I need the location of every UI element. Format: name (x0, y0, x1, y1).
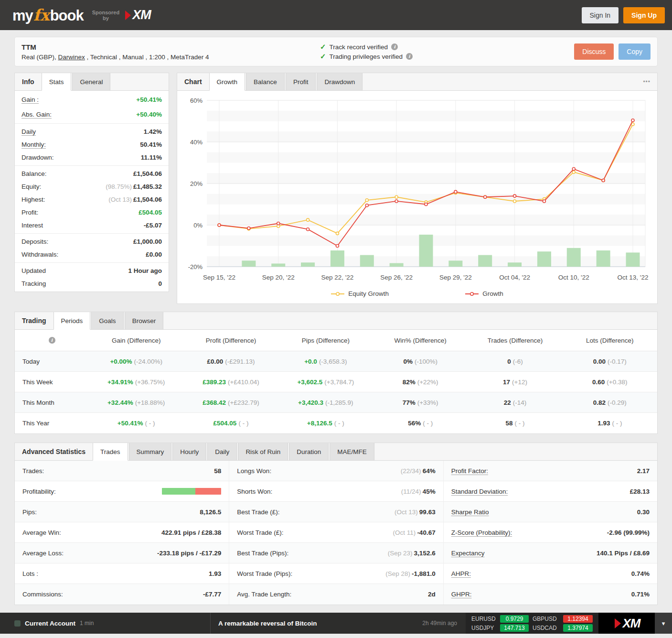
row-pips: Pips: 8,126.5 (15, 502, 229, 522)
logo-book: book (50, 7, 84, 24)
trading-tabbar: Trading Periods Goals Browser (15, 312, 657, 330)
stat-row-daily: Daily 1.42% (15, 125, 169, 138)
xm-logo[interactable]: XM (124, 8, 151, 22)
svg-text:40%: 40% (190, 139, 203, 146)
stat-row-withdrawals: Withdrawals: £0.00 (15, 248, 169, 261)
row-average-loss: Average Loss: -233.18 pips / -£17.29 (15, 543, 229, 563)
tab-stats[interactable]: Stats (42, 73, 72, 91)
tab-chart[interactable]: Chart (177, 73, 209, 90)
tab-info[interactable]: Info (15, 73, 42, 90)
current-account-time: 1 min (80, 620, 94, 627)
sign-up-button[interactable]: Sign Up (623, 7, 665, 23)
advanced-col-2: Longs Won: (22/34)64% Shorts Won: (11/24… (229, 461, 443, 605)
sign-in-button[interactable]: Sign In (582, 7, 619, 23)
info-icon[interactable]: i (391, 43, 398, 50)
row-average-win: Average Win: 422.91 pips / £28.38 (15, 522, 229, 543)
svg-text:0%: 0% (193, 222, 203, 229)
row-profitability: Profitability: (15, 481, 229, 502)
footer-bar: Current Account 1 min A remarkable rever… (0, 613, 672, 634)
row-ahpr: AHPR: 0.74% (444, 563, 657, 584)
legend-growth[interactable]: Growth (465, 290, 503, 297)
account-name: TTM (21, 43, 320, 51)
chart-menu-icon[interactable]: ••• (636, 73, 657, 90)
ticker-symbol: USDJPY (471, 625, 496, 631)
top-bar: myfxbook Sponsored by XM Sign In Sign Up (0, 0, 672, 30)
ticker-price[interactable]: 1.12394 (563, 615, 593, 623)
period-row-today: Today +0.00%(-24.00%) £0.00(-£291.13) +0… (15, 351, 657, 372)
stat-row-monthly: Monthly: 50.41% (15, 138, 169, 151)
svg-text:Oct 04, '22: Oct 04, '22 (499, 274, 530, 281)
row-shorts-won: Shorts Won: (11/24)45% (229, 481, 443, 502)
ticker-price[interactable]: 0.9729 (500, 615, 529, 623)
account-status-icon (14, 620, 21, 627)
info-icon[interactable]: i (49, 337, 55, 344)
xm-arrow-icon (613, 617, 622, 630)
row-worst-trade-pips: Worst Trade (Pips): (Sep 28)-1,881.0 (229, 563, 443, 584)
svg-text:20%: 20% (190, 180, 203, 187)
tab-duration[interactable]: Duration (289, 443, 329, 460)
tab-risk-of-ruin[interactable]: Risk of Ruin (238, 443, 288, 460)
svg-text:Oct 13, '22: Oct 13, '22 (618, 274, 649, 281)
tab-drawdown[interactable]: Drawdown (317, 73, 363, 90)
tab-growth[interactable]: Growth (209, 73, 245, 91)
tab-profit[interactable]: Profit (286, 73, 316, 90)
news-title[interactable]: A remarkable reversal of Bitcoin (218, 620, 317, 627)
tab-general[interactable]: General (72, 73, 110, 90)
broker-link[interactable]: Darwinex (58, 54, 85, 61)
ticker-symbol: GBPUSD (533, 616, 559, 622)
svg-text:-20%: -20% (188, 263, 203, 270)
discuss-button[interactable]: Discuss (574, 43, 614, 60)
chart-panel: Chart Growth Balance Profit Drawdown •••… (177, 73, 658, 304)
tab-mae-mfe[interactable]: MAE/MFE (330, 443, 374, 460)
news-time: 2h 49min ago (422, 620, 457, 627)
current-account-label[interactable]: Current Account (25, 620, 75, 627)
periods-panel: Trading Periods Goals Browser i Gain (Di… (14, 312, 658, 434)
column-header-trades: Trades (Difference) (468, 337, 562, 344)
svg-text:Sep 26, '22: Sep 26, '22 (380, 274, 413, 281)
tab-hourly[interactable]: Hourly (172, 443, 206, 460)
tab-trades[interactable]: Trades (93, 443, 128, 461)
tab-browser[interactable]: Browser (125, 312, 164, 329)
period-row-this-month: This Month +32.44%(+18.88%) £368.42(+£23… (15, 392, 657, 413)
column-header-lots: Lots (Difference) (563, 337, 657, 344)
stat-row-highest: Highest: (Oct 13)£1,504.06 (15, 193, 169, 206)
growth-chart: -20%0%20%40%60%Sep 15, '22Sep 20, '22Sep… (177, 91, 657, 286)
account-header-strip: TTM Real (GBP), Darwinex , Technical , M… (14, 37, 658, 66)
row-profit-factor: Profit Factor: 2.17 (444, 461, 657, 481)
stat-row-equity: Equity: (98.75%)£1,485.32 (15, 180, 169, 193)
advanced-statistics-title: Advanced Statistics (15, 443, 93, 460)
row-trades: Trades: 58 (15, 461, 229, 481)
verification-badges: ✓ Track record verified i ✓ Trading priv… (320, 42, 413, 62)
chevron-down-icon[interactable]: ▾ (655, 613, 672, 634)
svg-text:Sep 22, '22: Sep 22, '22 (321, 274, 353, 281)
stat-row-drawdown: Drawdown: 11.11% (15, 151, 169, 164)
xm-footer-logo[interactable]: XM (598, 613, 655, 634)
stat-row-updated: Updated 1 Hour ago (15, 264, 169, 277)
footer-news: A remarkable reversal of Bitcoin 2h 49mi… (211, 613, 466, 634)
svg-text:Oct 10, '22: Oct 10, '22 (558, 274, 589, 281)
stat-row-profit: Profit: £504.05 (15, 206, 169, 219)
myfxbook-logo[interactable]: myfxbook (12, 6, 84, 24)
tab-summary[interactable]: Summary (129, 443, 172, 460)
advanced-col-1: Trades: 58 Profitability: Pips: 8,126.5 … (15, 461, 229, 605)
stat-row-abs-gain: Abs. Gain: +50.40% (15, 107, 169, 122)
ticker-price[interactable]: 1.37974 (563, 624, 593, 632)
tab-daily[interactable]: Daily (207, 443, 237, 460)
tab-goals[interactable]: Goals (91, 312, 123, 329)
svg-text:60%: 60% (190, 97, 203, 104)
info-icon[interactable]: i (406, 53, 413, 60)
advanced-col-3: Profit Factor: 2.17 Standard Deviation: … (443, 461, 657, 605)
growth-chart-svg: -20%0%20%40%60%Sep 15, '22Sep 20, '22Sep… (180, 94, 653, 284)
ticker-price[interactable]: 147.713 (500, 624, 529, 632)
tab-trading[interactable]: Trading (15, 312, 53, 329)
tab-balance[interactable]: Balance (246, 73, 285, 90)
growth-marker-icon (465, 292, 479, 296)
legend-equity-growth[interactable]: Equity Growth (331, 290, 389, 297)
check-icon: ✓ (320, 52, 326, 61)
tab-periods[interactable]: Periods (53, 312, 91, 330)
logo-fx: fx (33, 6, 50, 24)
copy-button[interactable]: Copy (619, 43, 651, 60)
svg-text:Sep 15, '22: Sep 15, '22 (203, 274, 235, 281)
advanced-tabbar: Advanced Statistics Trades Summary Hourl… (15, 443, 657, 461)
period-row-this-year: This Year +50.41%( - ) £504.05( - ) +8,1… (15, 413, 657, 433)
